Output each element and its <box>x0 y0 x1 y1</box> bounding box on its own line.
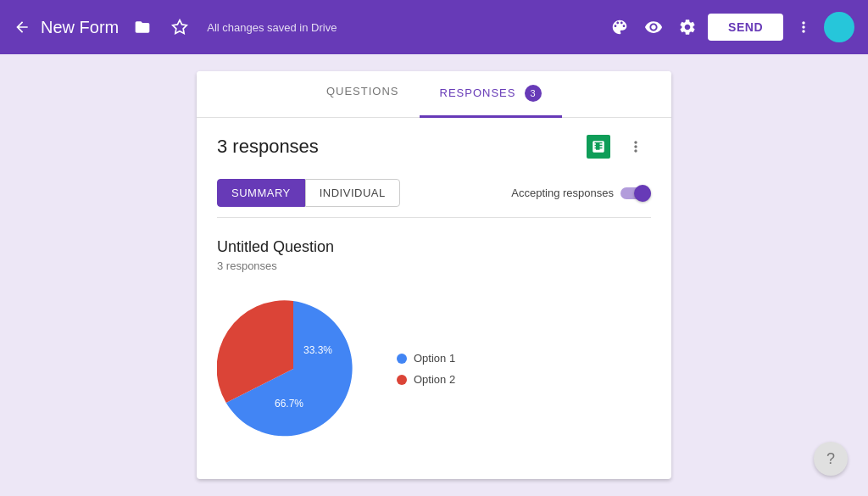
avatar[interactable] <box>824 12 854 42</box>
saved-status: All changes saved in Drive <box>207 21 337 34</box>
form-card: QUESTIONS RESPONSES 3 3 responses <box>197 71 671 479</box>
summary-button[interactable]: SUMMARY <box>217 179 305 207</box>
view-toggle-bar: SUMMARY INDIVIDUAL Accepting responses <box>197 176 671 217</box>
folder-icon[interactable] <box>129 14 156 41</box>
accepting-toggle[interactable] <box>620 185 651 202</box>
legend-label-option2: Option 2 <box>414 373 455 386</box>
chart-legend: Option 1 Option 2 <box>397 352 455 386</box>
individual-button[interactable]: INDIVIDUAL <box>305 179 400 207</box>
question-section: Untitled Question 3 responses <box>197 218 671 472</box>
svg-marker-0 <box>173 20 187 34</box>
send-button[interactable]: SEND <box>708 14 783 41</box>
header-right: SEND <box>606 12 854 42</box>
responses-header: 3 responses <box>197 118 671 176</box>
pie-label-66: 66.7% <box>275 398 303 410</box>
question-responses-count: 3 responses <box>217 259 651 272</box>
tab-questions[interactable]: QUESTIONS <box>306 71 420 118</box>
star-icon[interactable] <box>166 14 193 41</box>
chart-area: 66.7% 33.3% Option 1 Option 2 <box>217 286 651 452</box>
legend-dot-option2 <box>397 375 407 385</box>
pie-label-33: 33.3% <box>303 344 332 356</box>
sheets-icon-box <box>587 135 610 159</box>
help-button[interactable]: ? <box>814 442 848 476</box>
responses-count: 3 responses <box>217 136 583 158</box>
tab-bar: QUESTIONS RESPONSES 3 <box>197 71 671 118</box>
preview-icon[interactable] <box>640 14 667 41</box>
more-options-icon[interactable] <box>790 14 817 41</box>
responses-actions <box>583 131 651 162</box>
question-title: Untitled Question <box>217 238 651 256</box>
tab-responses[interactable]: RESPONSES 3 <box>420 71 563 118</box>
header-left: New Form All changes saved in Drive <box>14 14 606 41</box>
legend-item-option1: Option 1 <box>397 352 455 365</box>
palette-icon[interactable] <box>606 14 633 41</box>
responses-badge: 3 <box>525 85 542 102</box>
legend-dot-option1 <box>397 354 407 364</box>
legend-label-option1: Option 1 <box>414 352 455 365</box>
accepting-responses-label: Accepting responses <box>511 185 651 202</box>
sheets-icon[interactable] <box>583 131 614 162</box>
settings-icon[interactable] <box>674 14 701 41</box>
more-responses-icon[interactable] <box>620 131 651 162</box>
back-icon[interactable] <box>14 19 31 36</box>
main-content: QUESTIONS RESPONSES 3 3 responses <box>0 54 868 496</box>
app-header: New Form All changes saved in Drive SEND <box>0 0 868 54</box>
switch-thumb <box>634 185 651 202</box>
page-title: New Form <box>41 18 119 37</box>
pie-chart: 66.7% 33.3% <box>217 293 370 445</box>
legend-item-option2: Option 2 <box>397 373 455 386</box>
